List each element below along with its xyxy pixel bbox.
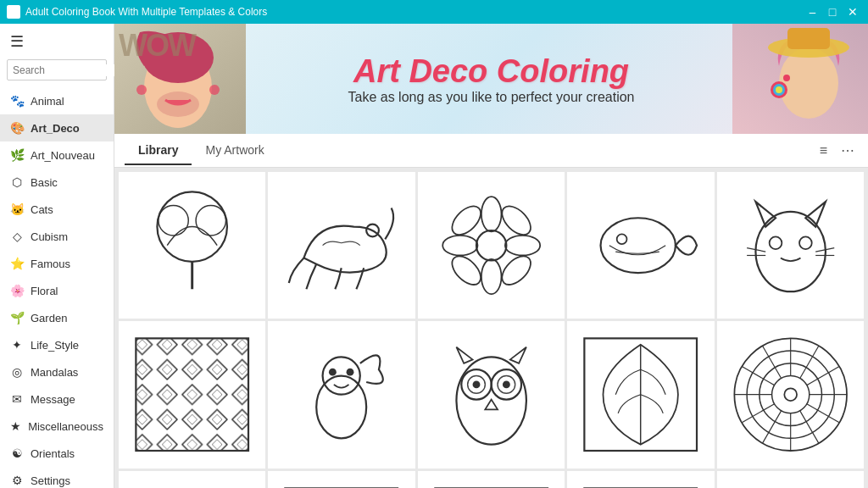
nav-icon-message: ✉ [10,392,24,406]
svg-point-18 [481,259,502,294]
gallery-item-geometric[interactable] [567,471,714,488]
list-view-icon[interactable]: ≡ [816,140,831,162]
tab-my-artwork[interactable]: My Artwork [192,136,277,165]
sidebar-item-floral[interactable]: 🌸Floral [0,277,114,304]
sidebar-item-mandalas[interactable]: ◎Mandalas [0,358,114,385]
svg-rect-7 [787,28,830,49]
window-controls[interactable]: ‒ □ ✕ [804,3,861,20]
svg-line-63 [742,367,774,385]
sidebar-item-orientals[interactable]: ☯Orientals [0,440,114,467]
nav-icon-garden: 🌱 [10,311,24,324]
gallery-item-tree[interactable] [119,172,265,319]
svg-point-13 [159,206,188,236]
content-area: WOW Art Deco Coloring Take as lo [114,24,868,488]
title-bar: Adult Coloring Book With Multiple Templa… [0,0,868,24]
nav-label-cubism: Cubism [31,230,68,243]
sidebar-item-cubism[interactable]: ◇Cubism [0,223,114,250]
svg-point-20 [505,236,540,256]
svg-line-58 [799,411,818,443]
svg-point-47 [503,381,510,389]
gallery-item-mandala-round[interactable] [717,321,864,468]
svg-point-26 [617,234,627,244]
nav-icon-floral: 🌸 [10,284,24,297]
gallery-item-sweet[interactable]: Sweet [119,471,265,488]
svg-point-46 [472,381,480,389]
maximize-button[interactable]: □ [824,3,841,20]
sidebar-item-settings[interactable]: ⚙Settings [0,467,114,488]
svg-point-10 [776,86,782,93]
window-title: Adult Coloring Book With Multiple Templa… [25,6,267,18]
sidebar-item-art_nouveau[interactable]: 🌿Art_Nouveau [0,141,114,169]
gallery-item-flower[interactable] [418,172,565,319]
gallery-item-fish[interactable] [567,172,714,319]
svg-point-55 [784,389,797,402]
nav-icon-orientals: ☯ [10,446,24,460]
minimize-button[interactable]: ‒ [804,3,821,20]
gallery-item-chameleon[interactable] [268,172,415,319]
sidebar-item-life_style[interactable]: ✦Life_Style [0,331,114,358]
nav-label-miscellaneouss: Miscellaneouss [28,420,103,433]
nav-icon-animal: 🐾 [10,94,24,108]
more-options-icon[interactable]: ⋯ [837,139,858,162]
nav-label-basic: Basic [31,176,58,189]
search-box[interactable]: 🔍 [7,59,107,80]
nav-label-animal: Animal [31,95,64,108]
sidebar-item-message[interactable]: ✉Message [0,385,114,413]
close-button[interactable]: ✕ [844,3,861,20]
sidebar-item-cats[interactable]: 🐱Cats [0,196,114,223]
svg-point-24 [497,251,536,290]
nav-icon-art_deco: 🎨 [10,121,24,135]
title-bar-left: Adult Coloring Book With Multiple Templa… [7,5,267,19]
svg-point-23 [447,251,486,290]
banner-title: Art Deco Coloring [348,53,635,90]
svg-point-14 [196,206,225,236]
gallery-item-owl2[interactable] [717,471,864,488]
nav-icon-miscellaneouss: ★ [10,419,21,433]
svg-rect-36 [136,339,248,452]
sidebar-item-animal[interactable]: 🐾Animal [0,87,114,114]
gallery-item-owl[interactable] [418,321,565,468]
gallery-item-diamonds[interactable] [119,321,265,468]
svg-point-39 [329,369,337,376]
nav-label-garden: Garden [31,312,67,324]
svg-point-25 [601,218,676,273]
svg-line-57 [806,404,838,423]
menu-icon[interactable]: ☰ [0,24,114,59]
banner-left-image: WOW [114,24,246,134]
nav-icon-art_nouveau: 🌿 [10,148,24,162]
nav-label-cats: Cats [31,203,53,216]
nav-icon-cats: 🐱 [10,202,24,216]
gallery-item-cat[interactable] [717,172,864,319]
nav-label-art_nouveau: Art_Nouveau [31,149,95,162]
sidebar-item-basic[interactable]: ⬡Basic [0,169,114,196]
nav-icon-life_style: ✦ [10,338,24,352]
nav-label-settings: Settings [31,474,70,487]
banner: WOW Art Deco Coloring Take as lo [114,24,868,134]
gallery-item-star-grid[interactable] [418,471,565,488]
banner-right-svg [732,24,868,134]
nav-icon-mandalas: ◎ [10,365,24,379]
gallery-item-scales[interactable] [268,471,415,488]
svg-line-61 [742,404,774,423]
svg-point-16 [476,230,506,260]
tab-library[interactable]: Library [125,136,192,165]
svg-point-3 [136,85,147,95]
svg-point-19 [442,236,477,256]
gallery-item-squirrel[interactable] [268,321,415,468]
nav-icon-basic: ⬡ [10,175,24,189]
gallery-item-leaf[interactable] [567,321,714,468]
svg-point-37 [317,376,367,439]
sidebar-item-miscellaneouss[interactable]: ★Miscellaneouss [0,413,114,440]
sidebar: ☰ 🔍 🐾Animal🎨Art_Deco🌿Art_Nouveau⬡Basic🐱C… [0,24,114,488]
sidebar-item-art_deco[interactable]: 🎨Art_Deco [0,114,114,141]
banner-center: Art Deco Coloring Take as long as you li… [348,53,635,105]
tab-bar: Library My Artwork ≡ ⋯ [114,134,868,168]
banner-wow-text: WOW [119,28,195,64]
sidebar-item-famous[interactable]: ⭐Famous [0,250,114,277]
nav-label-famous: Famous [31,258,70,270]
nav-icon-famous: ⭐ [10,257,24,270]
svg-point-22 [497,201,536,240]
nav-label-mandalas: Mandalas [31,366,78,379]
sidebar-item-garden[interactable]: 🌱Garden [0,304,114,331]
nav-icon-settings: ⚙ [10,474,24,487]
